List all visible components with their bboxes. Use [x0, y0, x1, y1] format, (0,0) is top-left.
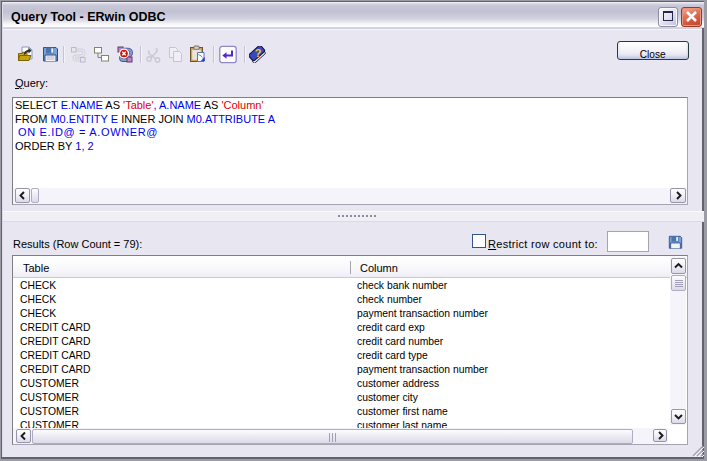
svg-text:?: ? — [255, 47, 262, 59]
